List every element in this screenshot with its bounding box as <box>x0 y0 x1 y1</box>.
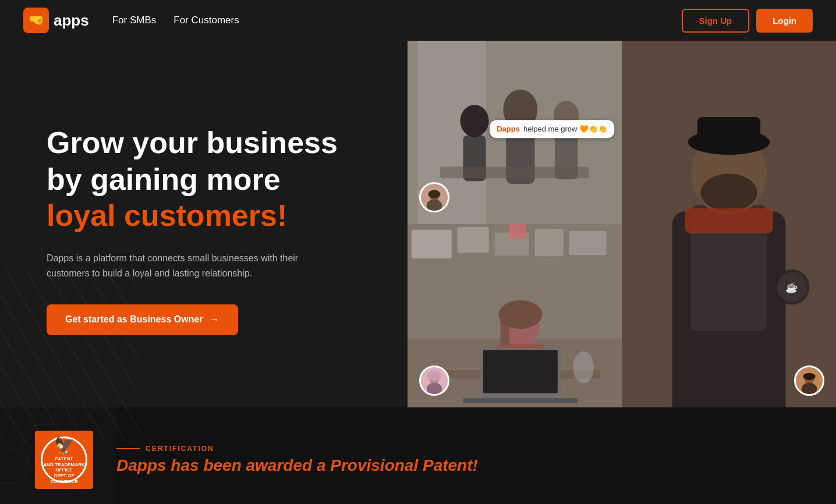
cert-label: CERTIFICATION <box>116 445 478 453</box>
login-button[interactable]: Login <box>756 9 813 33</box>
owner-svg: ☕ <box>622 41 836 407</box>
certification-badge: 🦅 PATENTAND TRADEMARKOFFICEDEPT OFCOMMER… <box>35 431 93 489</box>
nav-right: Sign Up Login <box>682 9 813 33</box>
svg-point-30 <box>803 373 815 380</box>
avatar-2-img <box>421 365 448 396</box>
avatar-2 <box>419 365 449 396</box>
cta-button[interactable]: Get started as Business Owner → <box>47 304 238 335</box>
hero-left: Grow your business by gaining more loyal… <box>0 41 408 407</box>
avatar-3-img <box>796 365 823 396</box>
cert-text-block: CERTIFICATION Dapps has been awarded a P… <box>116 445 478 475</box>
svg-point-52 <box>427 370 442 381</box>
chat-suffix: helped me grow 🧡👏👏 <box>523 125 607 133</box>
image-designer <box>408 224 622 407</box>
cert-title-prefix: Dapps has been awarded a <box>116 456 330 474</box>
svg-point-13 <box>428 190 440 198</box>
eagle-icon: 🦅 <box>54 435 75 456</box>
image-salon: Dapps helped me grow 🧡👏👏 <box>408 41 622 224</box>
chat-dapps: Dapps <box>497 125 520 133</box>
nav-link-smbs[interactable]: For SMBs <box>112 15 157 26</box>
hero-title-line2: by gaining more <box>47 162 281 196</box>
hero-image-grid: Dapps helped me grow 🧡👏👏 <box>408 41 836 407</box>
svg-marker-54 <box>0 449 30 483</box>
cta-label: Get started as Business Owner <box>65 314 203 325</box>
badge-inner: 🦅 PATENTAND TRADEMARKOFFICEDEPT OFCOMMER… <box>41 436 87 483</box>
avatar-1-img <box>421 182 448 212</box>
svg-text:☕: ☕ <box>785 281 798 294</box>
logo-icon: 🤜 <box>23 8 49 33</box>
nav-link-customers[interactable]: For Customers <box>173 15 239 26</box>
avatar-1 <box>419 182 449 212</box>
badge-text: PATENTAND TRADEMARKOFFICEDEPT OFCOMMERCE <box>43 456 84 484</box>
hero-description: Dapps is a platform that connects small … <box>47 251 338 281</box>
hero-title-line1: Grow your business <box>47 126 338 159</box>
chat-bubble: Dapps helped me grow 🧡👏👏 <box>490 120 614 138</box>
nav-left: 🤜 apps For SMBs For Customers <box>23 8 239 33</box>
signup-button[interactable]: Sign Up <box>682 9 750 33</box>
nav-links: For SMBs For Customers <box>112 15 239 26</box>
svg-rect-23 <box>622 41 836 407</box>
cert-title: Dapps has been awarded a Provisional Pat… <box>116 456 478 475</box>
logo[interactable]: 🤜 apps <box>23 8 89 33</box>
salon-background: Dapps helped me grow 🧡👏👏 <box>408 41 622 224</box>
cert-label-text: CERTIFICATION <box>146 445 214 453</box>
svg-point-51 <box>427 383 442 395</box>
hero-section: Grow your business by gaining more loyal… <box>0 41 836 407</box>
hero-title-accent: loyal customers! <box>47 198 287 232</box>
cert-line <box>116 448 140 449</box>
svg-point-29 <box>802 383 817 395</box>
image-business-owner: ☕ <box>622 41 836 407</box>
hero-title: Grow your business by gaining more loyal… <box>47 125 384 233</box>
navbar: 🤜 apps For SMBs For Customers Sign Up Lo… <box>0 0 836 41</box>
laptop-background <box>408 224 622 407</box>
avatar-3 <box>794 365 824 396</box>
cert-title-accent: Provisional Patent! <box>330 456 478 474</box>
cta-arrow-icon: → <box>209 314 219 326</box>
studio-background: ☕ <box>622 41 836 407</box>
logo-text: apps <box>54 12 89 30</box>
svg-point-12 <box>427 200 442 212</box>
certification-section: 🦅 PATENTAND TRADEMARKOFFICEDEPT OFCOMMER… <box>0 407 836 504</box>
logo-emoji: 🤜 <box>29 13 44 28</box>
